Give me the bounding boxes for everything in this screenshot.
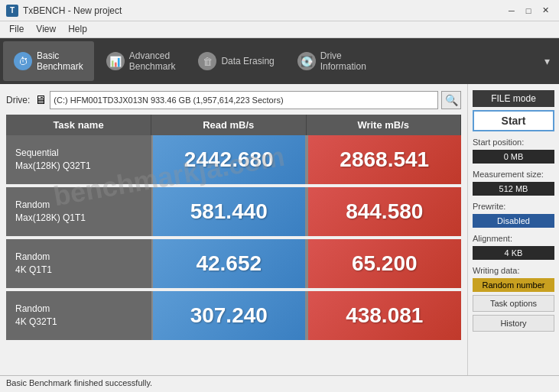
- main-panel: Drive: 🖥 (C:) HFM001TD3JX013N 933.46 GB …: [0, 84, 467, 375]
- row-2-label: RandomMax(128K) Q1T1: [6, 187, 151, 236]
- row-1-read: 2442.680: [151, 135, 307, 184]
- alignment-label: Alignment:: [473, 234, 554, 243]
- data-erasing-icon: 🗑: [198, 52, 216, 70]
- row-4-read: 307.240: [151, 291, 307, 340]
- menu-view[interactable]: View: [30, 23, 62, 36]
- measurement-size-label: Measurement size:: [473, 170, 554, 179]
- drive-label: Drive:: [6, 95, 30, 105]
- right-panel: FILE mode Start Start position: 0 MB Mea…: [467, 84, 559, 375]
- drive-select[interactable]: (C:) HFM001TD3JX013N 933.46 GB (1,957,61…: [50, 91, 438, 109]
- header-task-name: Task name: [6, 115, 151, 135]
- start-position-label: Start position:: [473, 138, 554, 147]
- toolbar-dropdown-arrow[interactable]: ▾: [538, 41, 556, 81]
- toolbar: ⏱ BasicBenchmark 📊 AdvancedBenchmark 🗑 D…: [0, 38, 559, 84]
- row-3-read: 42.652: [151, 239, 307, 288]
- menu-help[interactable]: Help: [62, 23, 93, 36]
- drive-icon: 🖥: [34, 93, 47, 107]
- status-bar: Basic Benchmark finished successfully.: [0, 375, 559, 392]
- alignment-value: 4 KB: [473, 246, 554, 260]
- drive-row: Drive: 🖥 (C:) HFM001TD3JX013N 933.46 GB …: [6, 90, 461, 110]
- title-bar-left: T TxBENCH - New project: [6, 5, 122, 17]
- drive-information-icon: 💽: [297, 52, 316, 70]
- menu-file[interactable]: File: [3, 23, 30, 36]
- header-write: Write mB/s: [307, 115, 462, 135]
- data-erasing-label: Data Erasing: [221, 56, 274, 66]
- table-row: SequentialMax(128K) Q32T1 2442.680 2868.…: [6, 135, 461, 184]
- minimize-button[interactable]: ─: [504, 5, 519, 17]
- table-row: Random4K Q1T1 42.652 65.200: [6, 239, 461, 288]
- table-header: Task name Read mB/s Write mB/s: [6, 115, 461, 135]
- task-options-button[interactable]: Task options: [473, 295, 554, 312]
- basic-benchmark-icon: ⏱: [14, 52, 32, 70]
- writing-data-label: Writing data:: [473, 266, 554, 275]
- benchmark-table: benchmarkja.com Task name Read mB/s Writ…: [6, 115, 461, 369]
- status-text: Basic Benchmark finished successfully.: [6, 378, 152, 387]
- advanced-benchmark-label: AdvancedBenchmark: [129, 50, 176, 73]
- title-bar-controls: ─ □ ✕: [504, 5, 553, 17]
- drive-refresh-button[interactable]: 🔍: [441, 91, 461, 109]
- writing-data-value: Random number: [473, 278, 554, 292]
- history-button[interactable]: History: [473, 315, 554, 332]
- drive-information-label: DriveInformation: [320, 50, 366, 73]
- row-1-write: 2868.541: [307, 135, 462, 184]
- row-2-write: 844.580: [307, 187, 462, 236]
- row-3-write: 65.200: [307, 239, 462, 288]
- start-position-value: 0 MB: [473, 150, 554, 164]
- measurement-size-value: 512 MB: [473, 182, 554, 196]
- app-icon: T: [6, 5, 18, 17]
- tab-basic-benchmark[interactable]: ⏱ BasicBenchmark: [3, 41, 94, 81]
- tab-data-erasing[interactable]: 🗑 Data Erasing: [187, 41, 284, 81]
- menu-bar: File View Help: [0, 21, 559, 38]
- close-button[interactable]: ✕: [538, 5, 553, 17]
- tab-advanced-benchmark[interactable]: 📊 AdvancedBenchmark: [96, 41, 187, 81]
- tab-drive-information[interactable]: 💽 DriveInformation: [287, 41, 377, 81]
- window-title: TxBENCH - New project: [23, 5, 122, 16]
- table-row: Random4K Q32T1 307.240 438.081: [6, 291, 461, 340]
- row-2-read: 581.440: [151, 187, 307, 236]
- row-3-label: Random4K Q1T1: [6, 239, 151, 288]
- start-button[interactable]: Start: [473, 110, 554, 131]
- row-4-label: Random4K Q32T1: [6, 291, 151, 340]
- row-4-write: 438.081: [307, 291, 462, 340]
- prewrite-label: Prewrite:: [473, 202, 554, 211]
- table-row: RandomMax(128K) Q1T1 581.440 844.580: [6, 187, 461, 236]
- advanced-benchmark-icon: 📊: [106, 52, 125, 70]
- maximize-button[interactable]: □: [521, 5, 536, 17]
- row-1-label: SequentialMax(128K) Q32T1: [6, 135, 151, 184]
- basic-benchmark-label: BasicBenchmark: [37, 50, 83, 73]
- title-bar: T TxBENCH - New project ─ □ ✕: [0, 0, 559, 21]
- file-mode-button[interactable]: FILE mode: [473, 90, 554, 107]
- header-read: Read mB/s: [151, 115, 307, 135]
- prewrite-value: Disabled: [473, 214, 554, 228]
